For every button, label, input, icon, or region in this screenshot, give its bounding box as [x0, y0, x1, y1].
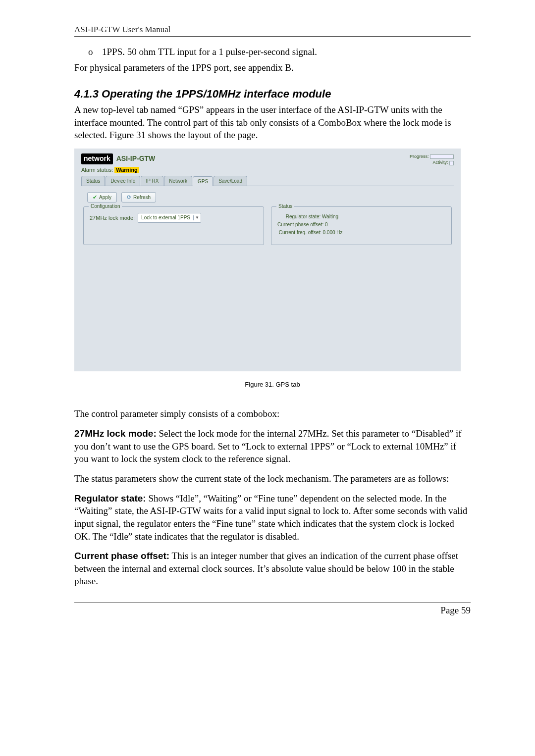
- gps-tab-screenshot: Progress: Activity: network ASI-IP-GTW A…: [74, 149, 461, 371]
- refresh-button[interactable]: ⟳ Refresh: [121, 192, 156, 202]
- tab-bar: Status Device Info IP RX Network GPS Sav…: [81, 176, 454, 187]
- bullet-item: o1PPS. 50 ohm TTL input for a 1 pulse-pe…: [74, 46, 471, 58]
- paragraph-27mhz: 27MHz lock mode: Select the lock mode fo…: [74, 427, 471, 465]
- toolbar: ✔ Apply ⟳ Refresh: [87, 192, 454, 202]
- section-intro: A new top-level tab named “GPS” appears …: [74, 103, 471, 142]
- tab-ip-rx[interactable]: IP RX: [141, 176, 163, 186]
- figure-caption: Figure 31. GPS tab: [74, 380, 471, 389]
- tab-network[interactable]: Network: [164, 176, 192, 186]
- paragraph-regulator-state: Regulator state: Shows “Idle”, “Waiting”…: [74, 492, 471, 543]
- activity-indicator: [449, 161, 454, 165]
- tab-save-load[interactable]: Save/Load: [214, 176, 247, 186]
- paragraph: For physical parameters of the 1PPS port…: [74, 61, 471, 74]
- label-27mhz: 27MHz lock mode:: [74, 428, 157, 439]
- bullet-text: 1PPS. 50 ohm TTL input for a 1 pulse-per…: [102, 47, 317, 57]
- lock-mode-label: 27MHz lock mode:: [90, 214, 135, 222]
- chevron-down-icon: ▼: [193, 215, 201, 221]
- progress-label: Progress:: [410, 154, 429, 159]
- activity-label: Activity:: [432, 160, 448, 165]
- paragraph: The status parameters show the current s…: [74, 472, 471, 485]
- apply-label: Apply: [99, 194, 111, 201]
- alarm-status-row: Alarm status: Warning: [81, 166, 454, 174]
- paragraph: The control parameter simply consists of…: [74, 407, 471, 420]
- alarm-label: Alarm status:: [81, 167, 114, 173]
- refresh-icon: ⟳: [127, 194, 131, 201]
- lock-mode-combobox[interactable]: Lock to external 1PPS ▼: [138, 213, 201, 223]
- running-header: ASI-IP-GTW User's Manual: [74, 25, 471, 37]
- label-regulator-state: Regulator state:: [74, 493, 146, 504]
- app-title: ASI-IP-GTW: [116, 154, 156, 162]
- section-heading: 4.1.3 Operating the 1PPS/10MHz interface…: [74, 87, 471, 101]
- tab-gps[interactable]: GPS: [193, 176, 213, 187]
- status-panel: Status Regulator state: Waiting Current …: [271, 206, 452, 245]
- label-phase-offset: Current phase offset:: [74, 551, 169, 561]
- lock-mode-value: Lock to external 1PPS: [138, 214, 193, 221]
- refresh-label: Refresh: [133, 194, 151, 201]
- status-line-1: Regulator state: Waiting: [277, 213, 445, 221]
- paragraph-phase-offset: Current phase offset: This is an integer…: [74, 550, 471, 588]
- tab-status[interactable]: Status: [81, 176, 105, 186]
- alarm-value: Warning: [114, 167, 139, 173]
- tab-device-info[interactable]: Device Info: [106, 176, 140, 186]
- status-line-3: Current freq. offset: 0.000 Hz: [277, 229, 445, 237]
- status-legend: Status: [276, 203, 294, 210]
- page-footer: Page 59: [74, 603, 471, 616]
- status-line-2: Current phase offset: 0: [277, 221, 445, 229]
- configuration-legend: Configuration: [89, 203, 122, 210]
- app-title-row: network ASI-IP-GTW: [81, 153, 454, 164]
- progress-bar: [430, 154, 454, 159]
- configuration-panel: Configuration 27MHz lock mode: Lock to e…: [83, 206, 264, 245]
- apply-button[interactable]: ✔ Apply: [87, 192, 117, 202]
- progress-activity-block: Progress: Activity:: [410, 153, 454, 166]
- network-logo: network: [81, 153, 113, 164]
- bullet-marker: o: [88, 46, 102, 58]
- apply-icon: ✔: [93, 194, 97, 201]
